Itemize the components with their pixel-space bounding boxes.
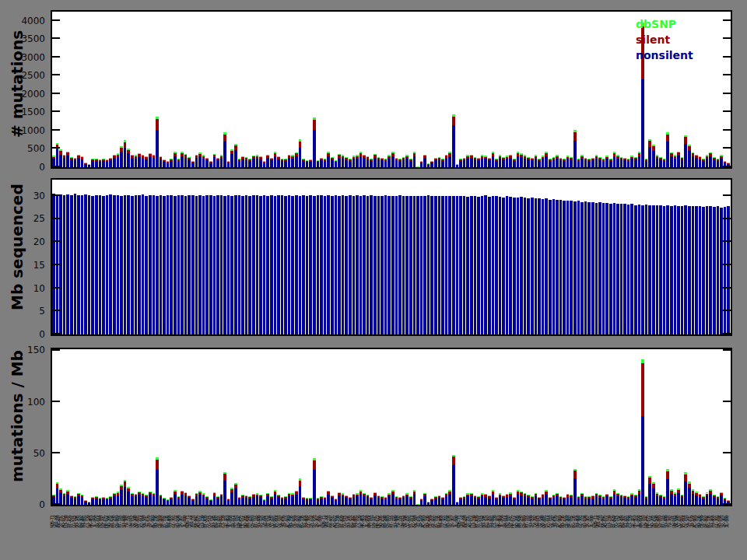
y-axis-title-mutations-per-mb: mutations / Mb <box>8 373 26 482</box>
bar-segment <box>549 497 552 499</box>
bar-segment <box>634 158 637 160</box>
bar-segment <box>492 494 495 505</box>
bar-segment <box>674 494 677 496</box>
bar-segment <box>335 195 338 334</box>
bar-segment <box>605 157 608 159</box>
bar-segment <box>306 498 309 499</box>
bar-segment <box>663 496 666 497</box>
bar-segment <box>277 156 280 157</box>
bar-segment <box>202 155 205 156</box>
bar-segment <box>570 495 573 495</box>
bar-segment <box>524 155 527 156</box>
bar-segment <box>524 496 527 505</box>
bar-segment <box>513 161 516 167</box>
bar-segment <box>117 195 120 334</box>
bar-segment <box>345 496 348 498</box>
bar-segment <box>552 498 556 505</box>
bar-segment <box>570 158 573 160</box>
bar-segment <box>230 149 233 151</box>
bar-segment <box>659 495 662 495</box>
bar-segment <box>241 157 244 159</box>
bar-segment <box>506 156 509 156</box>
bar-segment <box>181 153 184 156</box>
bar-segment <box>456 165 459 167</box>
bar-segment <box>248 159 251 161</box>
bar-segment <box>309 195 312 334</box>
bar-segment <box>99 159 102 160</box>
bar-segment <box>205 497 209 499</box>
bar-segment <box>556 155 559 156</box>
bar-segment <box>302 499 305 505</box>
bar-segment <box>320 496 323 497</box>
bar-segment <box>198 195 202 334</box>
bar-segment <box>184 495 188 505</box>
bar-segment <box>441 161 444 167</box>
bar-segment <box>463 496 466 497</box>
bar-segment <box>445 494 448 496</box>
bar-segment <box>499 156 502 159</box>
bar-segment <box>445 196 448 334</box>
bar-segment <box>613 156 616 167</box>
tick-left <box>52 310 60 311</box>
bar-segment <box>106 499 109 505</box>
bar-segment <box>288 156 291 158</box>
bar-segment <box>420 163 423 167</box>
bar-segment <box>627 161 630 167</box>
bar-segment <box>520 492 523 492</box>
bar-segment <box>195 496 198 505</box>
bar-segment <box>535 155 538 156</box>
bar-segment <box>638 494 641 505</box>
bar-segment <box>598 158 601 160</box>
bar-segment <box>452 465 455 505</box>
bar-segment <box>623 204 626 334</box>
bar-segment <box>338 495 341 505</box>
bar-segment <box>499 495 502 497</box>
bar-segment <box>488 197 491 334</box>
bar-segment <box>602 496 605 497</box>
bar-segment <box>291 159 294 167</box>
y-tick-label: 1500 <box>8 107 45 117</box>
bar-segment <box>506 196 509 334</box>
bar-segment <box>517 156 520 167</box>
bar-segment <box>177 499 181 505</box>
tick-right <box>723 93 731 94</box>
bar-segment <box>466 493 469 494</box>
bar-segment <box>552 158 556 160</box>
tick-right <box>723 218 731 219</box>
bar-segment <box>535 159 538 167</box>
bar-segment <box>331 157 334 158</box>
bar-segment <box>213 155 216 157</box>
bar-segment <box>681 206 684 334</box>
bar-segment <box>359 156 363 167</box>
bar-segment <box>641 363 644 417</box>
bar-segment <box>366 495 370 498</box>
bar-segment <box>598 495 601 495</box>
bar-segment <box>659 495 662 498</box>
bar-segment <box>470 156 473 158</box>
bar-segment <box>413 153 416 156</box>
bar-segment <box>438 158 441 160</box>
bar-segment <box>299 139 302 141</box>
bar-segment <box>205 159 209 160</box>
bar-segment <box>184 155 188 157</box>
bar-segment <box>699 494 702 495</box>
bar-segment <box>345 158 348 159</box>
bar-segment <box>580 202 584 334</box>
bar-segment <box>356 159 359 167</box>
bar-segment <box>84 502 87 505</box>
bar-segment <box>145 157 148 159</box>
bar-segment <box>120 490 123 505</box>
bar-segment <box>277 157 280 159</box>
bar-segment <box>345 196 348 334</box>
bar-segment <box>142 155 145 156</box>
bar-segment <box>324 161 327 167</box>
bar-segment <box>506 157 509 159</box>
bar-segment <box>238 499 241 505</box>
bar-segment <box>238 159 241 161</box>
bar-segment <box>156 457 159 460</box>
bar-segment <box>142 158 145 167</box>
bar-segment <box>474 158 477 160</box>
bar-segment <box>241 159 244 167</box>
bar-segment <box>531 198 534 334</box>
bar-segment <box>227 500 230 505</box>
